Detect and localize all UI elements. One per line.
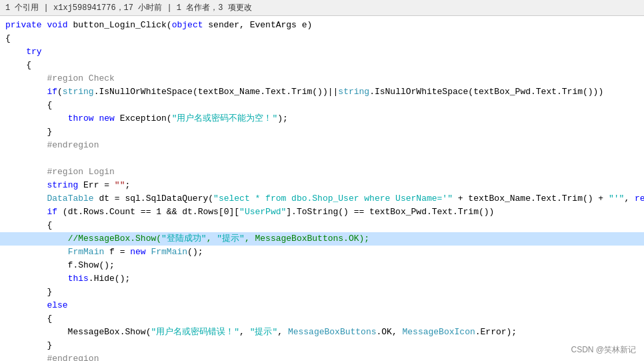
header-bar: 1 个引用 | x1xj598941776，17 小时前 | 1 名作者，3 项… [0, 0, 644, 16]
code-line: { [0, 59, 644, 72]
code-line: { [0, 32, 644, 45]
code-container: 1 个引用 | x1xj598941776，17 小时前 | 1 名作者，3 项… [0, 0, 644, 361]
code-area: private void button_Login_Click(object s… [0, 16, 644, 361]
code-line: if (dt.Rows.Count == 1 && dt.Rows[0]["Us… [0, 206, 644, 219]
footer-text: CSDN @笑林新记 [571, 345, 636, 354]
code-line: { [0, 219, 644, 232]
code-line: } [0, 339, 644, 352]
code-line: #endregion [0, 139, 644, 152]
code-line: f.Show(); [0, 259, 644, 272]
code-line: #region Login [0, 165, 644, 179]
code-line: FrmMain f = new FrmMain(); [0, 246, 644, 259]
code-line: if(string.IsNullOrWhiteSpace(textBox_Nam… [0, 85, 644, 99]
code-line [0, 152, 644, 165]
code-line: throw new Exception("用户名或密码不能为空！"); [0, 112, 644, 125]
code-line: this.Hide(); [0, 272, 644, 286]
code-line: } [0, 286, 644, 299]
code-line: MessageBox.Show("用户名或密码错误！", "提示", Messa… [0, 326, 644, 339]
code-line: } [0, 125, 644, 139]
code-line: #endregion [0, 352, 644, 361]
code-line-highlighted: //MessageBox.Show("登陆成功", "提示", MessageB… [0, 232, 644, 246]
header-info: 1 个引用 | x1xj598941776，17 小时前 | 1 名作者，3 项… [5, 2, 252, 13]
code-line: private void button_Login_Click(object s… [0, 19, 644, 32]
code-line: { [0, 99, 644, 112]
code-line: DataTable dt = sql.SqlDataQuery("select … [0, 192, 644, 206]
footer: CSDN @笑林新记 [571, 344, 636, 356]
code-line: try [0, 45, 644, 59]
code-line: { [0, 312, 644, 326]
code-line: string Err = ""; [0, 179, 644, 192]
code-line: else [0, 299, 644, 312]
code-line: #region Check [0, 72, 644, 85]
